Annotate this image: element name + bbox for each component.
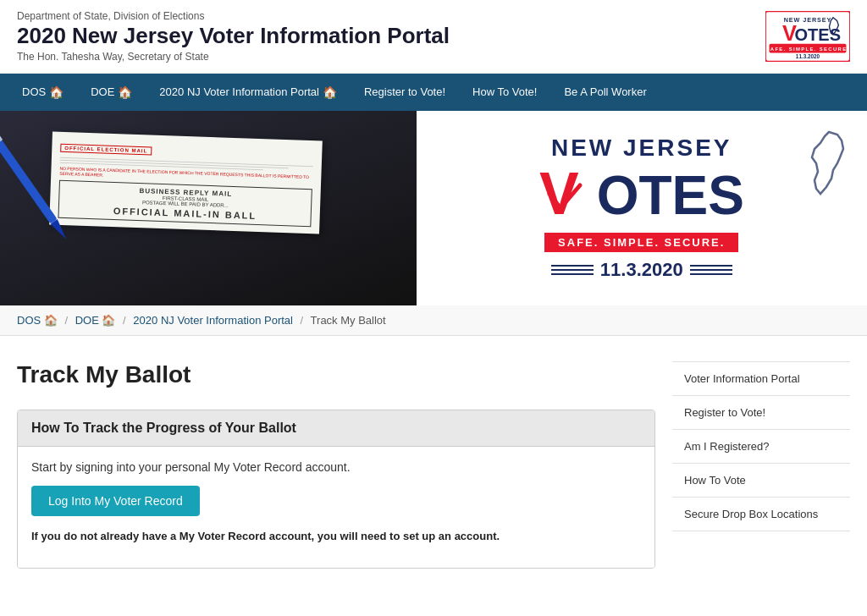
track-card-body: Start by signing into your personal My V… [18,447,654,568]
sidebar-item-drop-box[interactable]: Secure Drop Box Locations [672,498,850,531]
svg-text:11.3.2020: 11.3.2020 [796,53,820,59]
svg-rect-8 [0,135,58,223]
official-election-mail: OFFICIAL ELECTION MAIL [60,143,152,155]
svg-marker-9 [51,219,70,241]
hero-right-panel: NEW JERSEY V OTES SAFE. SIMPLE. SECURE. … [417,111,867,305]
breadcrumb-bar: DOS 🏠 / DOE 🏠 / 2020 NJ Voter Informatio… [0,305,867,336]
breadcrumb-sep-1: / [64,314,68,327]
portal-label: 2020 NJ Voter Information Portal [159,85,319,98]
login-button[interactable]: Log Into My Voter Record [31,486,200,516]
breadcrumb-doe[interactable]: DOE 🏠 [75,314,116,327]
breadcrumb-sep-3: / [301,314,304,327]
track-card-heading: How To Track the Progress of Your Ballot [18,410,654,447]
secretary-label: The Hon. Tahesha Way, Secretary of State [17,51,450,63]
sidebar: Voter Information Portal Register to Vot… [672,361,850,569]
sidebar-item-how-to-vote[interactable]: How To Vote [672,464,850,498]
votes-otes-label: OTES [597,168,744,223]
breadcrumb-dos[interactable]: DOS 🏠 [17,314,58,327]
header-left: Department of State, Division of Electio… [17,10,450,63]
hero-left-panel: OFFICIAL ELECTION MAIL NO PERSON WHO IS … [0,111,417,305]
right-decoration [690,265,732,275]
tagline-label: SAFE. SIMPLE. SECURE. [544,233,738,252]
logo-area: NEW JERSEY V OTES SAFE. SIMPLE. SECURE. … [765,11,850,62]
breadcrumb-current: Track My Ballot [311,314,386,327]
hero-banner: OFFICIAL ELECTION MAIL NO PERSON WHO IS … [0,111,867,305]
svg-text:OTES: OTES [795,25,841,44]
poll-worker-label: Be A Poll Worker [564,85,646,98]
nav-register[interactable]: Register to Vote! [351,74,459,111]
doe-home-icon: 🏠 [118,85,132,99]
nj-votes-branding: NEW JERSEY V OTES SAFE. SIMPLE. SECURE. … [539,135,744,281]
main-nav: DOS 🏠 DOE 🏠 2020 NJ Voter Information Po… [0,74,867,111]
nav-poll-worker[interactable]: Be A Poll Worker [550,74,660,111]
breadcrumb-sep-2: / [123,314,126,327]
sidebar-item-portal[interactable]: Voter Information Portal [672,361,850,396]
site-header: Department of State, Division of Electio… [0,0,867,74]
nav-doe[interactable]: DOE 🏠 [77,74,146,111]
votes-v-icon: V [539,162,599,229]
new-jersey-label: NEW JERSEY [539,135,744,162]
date-label: 11.3.2020 [600,259,683,281]
main-content: Track My Ballot How To Track the Progres… [0,336,867,586]
breadcrumb-portal[interactable]: 2020 NJ Voter Information Portal [133,314,293,327]
nav-portal[interactable]: 2020 NJ Voter Information Portal 🏠 [146,74,351,111]
dos-label: DOS [22,85,46,98]
left-decoration [551,265,594,275]
svg-text:SAFE. SIMPLE. SECURE.: SAFE. SIMPLE. SECURE. [765,47,849,52]
nj-state-outline-icon [791,128,850,204]
track-card: How To Track the Progress of Your Ballot… [17,410,655,569]
account-note: If you do not already have a My Voter Re… [31,530,641,542]
dos-home-icon: 🏠 [49,85,64,99]
intro-text: Start by signing into your personal My V… [31,460,641,474]
site-title: 2020 New Jersey Voter Information Portal [17,24,450,48]
sidebar-item-am-i-registered[interactable]: Am I Registered? [672,430,850,464]
v-checkmark-icon: V [539,162,599,221]
register-label: Register to Vote! [364,85,445,98]
content-area: Track My Ballot How To Track the Progres… [17,361,655,569]
agency-label: Department of State, Division of Electio… [17,10,450,22]
doe-label: DOE [91,85,114,98]
nj-votes-logo-icon: NEW JERSEY V OTES SAFE. SIMPLE. SECURE. … [765,11,850,62]
date-area: 11.3.2020 [539,259,744,281]
sidebar-item-register[interactable]: Register to Vote! [672,396,850,430]
portal-home-icon: 🏠 [323,85,337,99]
nav-dos[interactable]: DOS 🏠 [8,74,77,111]
page-title: Track My Ballot [17,361,655,388]
how-to-vote-label: How To Vote! [472,85,537,98]
nav-how-to-vote[interactable]: How To Vote! [459,74,550,111]
